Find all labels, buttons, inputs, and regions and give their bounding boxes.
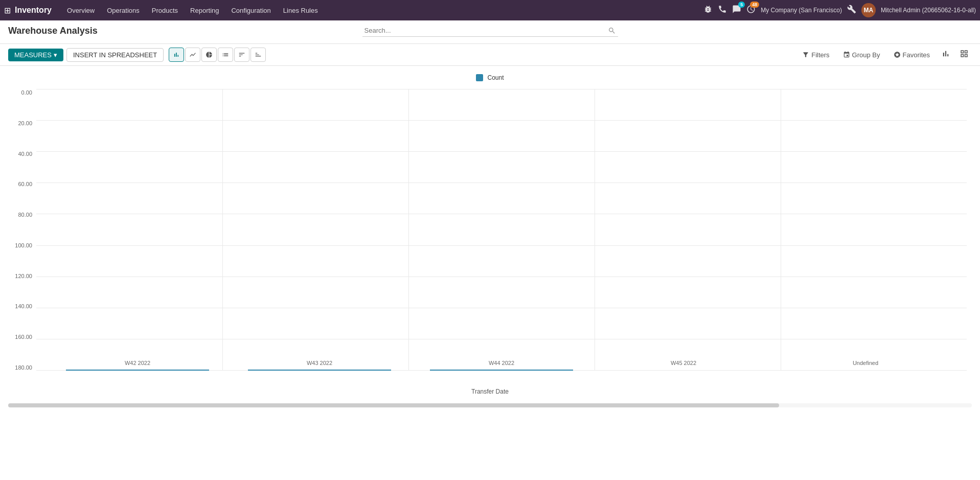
y-label-9: 180.00 xyxy=(15,364,32,371)
measures-label: MEASURES xyxy=(14,51,52,59)
y-label-4: 80.00 xyxy=(18,212,32,218)
nav-reporting[interactable]: Reporting xyxy=(185,5,224,16)
toolbar-right: Filters Group By Favorites xyxy=(797,47,972,62)
clock-badge: 48 xyxy=(750,2,759,8)
y-label-3: 60.00 xyxy=(18,181,32,187)
scrollbar-area[interactable] xyxy=(8,403,972,407)
nav-operations[interactable]: Operations xyxy=(102,5,145,16)
user-avatar[interactable]: MA xyxy=(861,3,876,17)
top-nav: ⊞ Inventory Overview Operations Products… xyxy=(0,0,980,20)
user-name[interactable]: Mitchell Admin (20665062-16-0-all) xyxy=(881,7,976,14)
chart-container: Count 180.00 160.00 140.00 120.00 100.00… xyxy=(0,66,980,403)
chart-legend: Count xyxy=(8,74,972,81)
favorites-label: Favorites xyxy=(903,51,930,59)
filters-label: Filters xyxy=(811,51,829,59)
chart-type-line[interactable] xyxy=(185,48,200,62)
chart-type-asc[interactable] xyxy=(234,48,249,62)
y-label-0: 0.00 xyxy=(21,89,32,96)
x-label-w45: W45 2022 xyxy=(592,360,774,366)
search-bar xyxy=(362,25,618,37)
x-axis-title: Transfer Date xyxy=(8,388,972,395)
nav-configuration[interactable]: Configuration xyxy=(226,5,276,16)
nav-products[interactable]: Products xyxy=(147,5,183,16)
x-label-w42: W42 2022 xyxy=(47,360,229,366)
y-axis: 180.00 160.00 140.00 120.00 100.00 80.00… xyxy=(8,89,36,371)
y-label-6: 120.00 xyxy=(15,273,32,279)
top-nav-right: 5 48 My Company (San Francisco) MA Mitch… xyxy=(703,3,976,17)
filters-button[interactable]: Filters xyxy=(797,49,834,61)
app-name[interactable]: Inventory xyxy=(15,6,52,15)
favorites-button[interactable]: Favorites xyxy=(888,49,935,61)
chat-icon-btn[interactable]: 5 xyxy=(732,5,741,16)
search-input[interactable] xyxy=(362,25,618,37)
insert-spreadsheet-button[interactable]: INSERT IN SPREADSHEET xyxy=(66,48,164,62)
y-label-5: 100.00 xyxy=(15,242,32,248)
x-label-undefined: Undefined xyxy=(774,360,956,366)
view-bar-button[interactable] xyxy=(938,47,953,62)
view-grid-button[interactable] xyxy=(956,47,972,62)
wrench-icon-btn[interactable] xyxy=(847,5,856,16)
chart-type-pie[interactable] xyxy=(201,48,217,62)
measures-chevron: ▾ xyxy=(54,51,57,59)
toolbar: MEASURES ▾ INSERT IN SPREADSHEET xyxy=(0,44,980,66)
group-by-button[interactable]: Group By xyxy=(838,49,885,61)
nav-lines-rules[interactable]: Lines Rules xyxy=(278,5,323,16)
legend-color-count xyxy=(476,74,483,81)
insert-label: INSERT IN SPREADSHEET xyxy=(73,51,157,59)
bars-container xyxy=(36,89,967,371)
legend-label-count: Count xyxy=(487,74,504,81)
y-label-7: 140.00 xyxy=(15,303,32,309)
x-label-w43: W43 2022 xyxy=(229,360,411,366)
company-name[interactable]: My Company (San Francisco) xyxy=(761,7,842,14)
chart-type-bar[interactable] xyxy=(169,48,184,62)
chart-type-desc[interactable] xyxy=(250,48,266,62)
clock-icon-btn[interactable]: 48 xyxy=(746,5,756,16)
app-grid-icon[interactable]: ⊞ xyxy=(4,6,11,15)
chart-inner: W42 2022 W43 2022 W44 2022 W45 2022 Unde… xyxy=(36,89,967,371)
chat-badge: 5 xyxy=(738,2,745,8)
measures-button[interactable]: MEASURES ▾ xyxy=(8,49,63,61)
nav-overview[interactable]: Overview xyxy=(62,5,100,16)
chart-type-stacked[interactable] xyxy=(218,48,233,62)
y-label-8: 160.00 xyxy=(15,334,32,340)
group-by-label: Group By xyxy=(852,51,880,59)
y-label-1: 20.00 xyxy=(18,120,32,126)
chart-type-buttons xyxy=(169,48,266,62)
search-icon xyxy=(608,27,616,35)
x-label-w44: W44 2022 xyxy=(411,360,592,366)
phone-icon-btn[interactable] xyxy=(718,5,727,16)
bug-icon-btn[interactable] xyxy=(703,5,713,16)
y-label-2: 40.00 xyxy=(18,151,32,157)
chart-svg: 180.00 160.00 140.00 120.00 100.00 80.00… xyxy=(8,89,972,386)
scrollbar-thumb[interactable] xyxy=(8,403,779,407)
x-axis: W42 2022 W43 2022 W44 2022 W45 2022 Unde… xyxy=(36,355,967,371)
